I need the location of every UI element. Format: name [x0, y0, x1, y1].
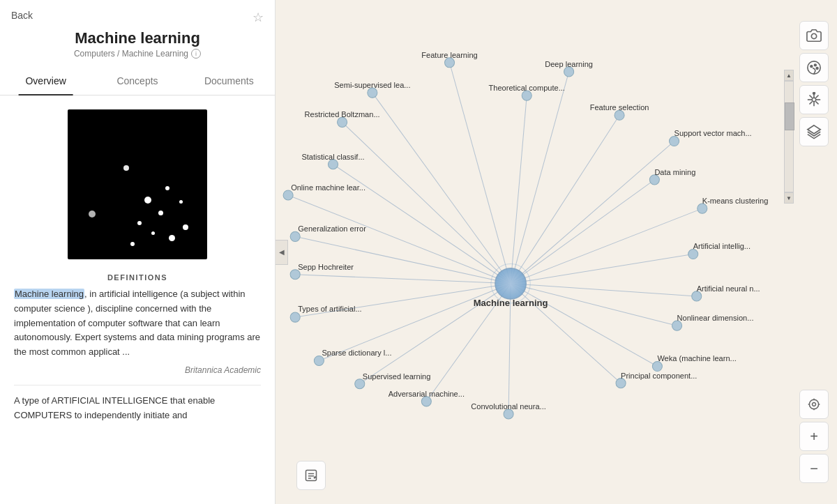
thumbnail-container [14, 96, 261, 266]
svg-line-12 [511, 254, 693, 284]
svg-line-11 [295, 236, 511, 283]
svg-point-26 [522, 91, 531, 100]
svg-point-40 [314, 356, 324, 365]
svg-point-43 [616, 379, 626, 388]
definition-highlight: Machine learning [14, 289, 84, 299]
svg-point-42 [355, 379, 365, 389]
svg-point-29 [670, 136, 679, 146]
definitions-label: DEFINITIONS [14, 266, 261, 287]
svg-point-86 [813, 92, 815, 94]
svg-point-39 [672, 321, 682, 330]
svg-point-23 [445, 58, 455, 68]
tab-overview[interactable]: Overview [0, 67, 91, 95]
right-toolbar [799, 21, 829, 146]
svg-text:Restricted Boltzman...: Restricted Boltzman... [305, 110, 380, 119]
svg-point-45 [504, 409, 513, 419]
svg-line-8 [511, 180, 654, 284]
zoom-in-button[interactable]: + [799, 422, 829, 451]
panel-content: DEFINITIONS Machine learning, in artific… [0, 96, 275, 504]
scrollbar-up[interactable]: ▲ [784, 70, 794, 81]
svg-line-85 [809, 102, 812, 105]
tab-concepts[interactable]: Concepts [91, 67, 183, 95]
palette-button[interactable] [799, 53, 829, 82]
definition-text-2: A type of ARTIFICIAL INTELLIGENCE that e… [14, 385, 261, 432]
svg-point-30 [328, 160, 338, 169]
svg-point-24 [564, 67, 574, 77]
svg-text:Artificial neural n...: Artificial neural n... [697, 284, 760, 293]
svg-text:Theoretical compute...: Theoretical compute... [489, 84, 565, 92]
svg-text:Data mining: Data mining [654, 168, 695, 176]
svg-text:Principal component...: Principal component... [621, 372, 697, 380]
svg-point-77 [812, 98, 816, 102]
svg-text:Semi-supervised lea...: Semi-supervised lea... [334, 81, 410, 89]
svg-line-5 [342, 122, 511, 283]
svg-line-13 [295, 275, 511, 284]
thumbnail-image [68, 109, 207, 259]
svg-text:Adversarial machine...: Adversarial machine... [389, 390, 465, 398]
svg-point-72 [811, 33, 816, 38]
svg-line-18 [511, 284, 657, 367]
note-button[interactable] [296, 461, 326, 490]
back-button[interactable]: Back [0, 0, 275, 26]
svg-point-41 [652, 361, 662, 371]
zoom-controls: + − [799, 390, 829, 483]
svg-text:K-means clustering: K-means clustering [702, 197, 769, 205]
bottom-toolbar [296, 461, 326, 490]
svg-line-0 [450, 63, 511, 284]
definition-text-1: Machine learning, in artificial intellig… [14, 287, 261, 360]
svg-text:Sepp Hochreiter: Sepp Hochreiter [298, 263, 354, 271]
svg-point-75 [814, 64, 816, 66]
svg-point-36 [290, 270, 300, 280]
svg-line-4 [511, 115, 619, 284]
svg-line-6 [511, 142, 674, 284]
tab-documents[interactable]: Documents [183, 67, 275, 95]
svg-point-31 [649, 175, 659, 185]
page-title: Machine learning [0, 26, 275, 49]
scrollbar[interactable]: ▲ ▼ [784, 70, 794, 209]
svg-point-76 [816, 68, 818, 70]
svg-text:Nonlinear dimension...: Nonlinear dimension... [677, 314, 754, 322]
tabs: Overview Concepts Documents [0, 67, 275, 96]
network-graph[interactable]: Feature learning Deep learning Semi-supe… [276, 0, 837, 504]
right-panel: ◀ [276, 0, 837, 504]
network-button[interactable] [799, 85, 829, 114]
svg-line-14 [511, 284, 697, 296]
svg-text:Supervised learning: Supervised learning [363, 372, 431, 381]
svg-line-82 [809, 95, 812, 98]
svg-text:Types of artificial...: Types of artificial... [298, 305, 361, 313]
svg-point-44 [421, 397, 431, 406]
svg-text:Convolutional neura...: Convolutional neura... [471, 402, 545, 411]
scrollbar-down[interactable]: ▼ [784, 192, 794, 204]
svg-text:Deep learning: Deep learning [545, 60, 593, 68]
scrollbar-track[interactable] [784, 81, 794, 192]
camera-button[interactable] [799, 21, 829, 50]
breadcrumb: Computers / Machine Learning i [0, 49, 275, 67]
svg-point-28 [338, 117, 347, 127]
layers-button[interactable] [799, 117, 829, 146]
star-button[interactable]: ☆ [252, 10, 264, 25]
left-panel: Back ☆ Machine learning Computers / Mach… [0, 0, 276, 504]
svg-point-46 [495, 268, 526, 299]
target-button[interactable] [799, 390, 829, 419]
svg-text:Sparse dictionary l...: Sparse dictionary l... [322, 349, 391, 357]
svg-line-1 [511, 72, 569, 284]
collapse-arrow[interactable]: ◀ [276, 240, 288, 265]
zoom-out-button[interactable]: − [799, 454, 829, 483]
scrollbar-thumb[interactable] [785, 102, 794, 130]
svg-point-33 [698, 204, 707, 213]
svg-text:Feature learning: Feature learning [421, 51, 477, 59]
svg-point-92 [809, 399, 818, 408]
svg-line-84 [816, 95, 819, 98]
svg-text:Online machine lear...: Online machine lear... [291, 183, 365, 192]
svg-point-34 [290, 231, 300, 241]
svg-point-93 [813, 403, 816, 406]
svg-text:Statistical classif...: Statistical classif... [301, 153, 364, 161]
svg-point-37 [692, 291, 702, 301]
svg-point-25 [368, 88, 377, 98]
breadcrumb-info-icon[interactable]: i [191, 49, 201, 59]
svg-text:Machine learning: Machine learning [474, 298, 548, 308]
svg-point-35 [688, 249, 698, 259]
svg-text:Artificial intellig...: Artificial intellig... [693, 242, 751, 250]
svg-text:Weka (machine learn...: Weka (machine learn... [657, 354, 736, 362]
svg-text:Feature selection: Feature selection [590, 103, 649, 112]
